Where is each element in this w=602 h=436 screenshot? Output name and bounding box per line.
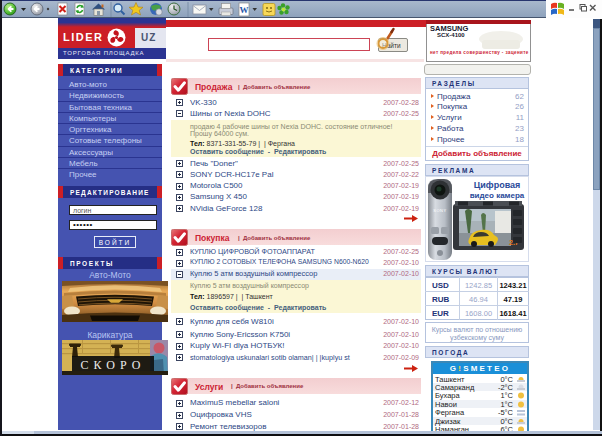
svg-text:SONY: SONY bbox=[433, 208, 447, 213]
svg-text:Цифровая: Цифровая bbox=[474, 180, 521, 190]
svg-text:видео камера: видео камера bbox=[470, 191, 525, 200]
svg-text:W: W bbox=[240, 5, 249, 15]
svg-text:СКОРО: СКОРО bbox=[81, 358, 146, 372]
